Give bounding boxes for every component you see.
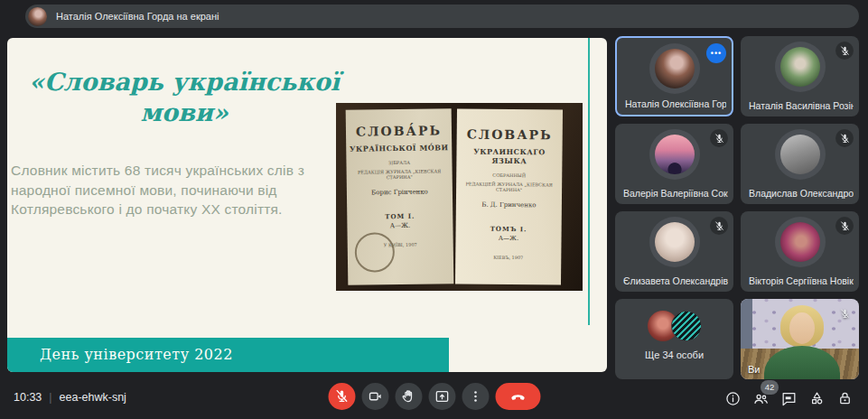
overflow-count-label: Ще 34 особи <box>615 349 733 360</box>
book-right-subtitle: УКРАИНСКАГО ЯЗЫКА <box>456 146 562 165</box>
book-right-range: А—Ж. <box>455 234 561 242</box>
avatar <box>775 129 826 180</box>
book-left-line: ЗІБРАЛА <box>346 159 452 166</box>
raise-hand-button[interactable] <box>395 383 422 410</box>
mic-muted-icon <box>710 217 728 235</box>
participant-tile[interactable]: Владислав Олександро... <box>741 124 859 204</box>
clock: 10:33 <box>14 391 42 404</box>
mic-muted-icon <box>835 42 854 60</box>
avatar <box>775 42 826 92</box>
video-background-detail <box>741 299 752 351</box>
leave-call-button[interactable] <box>495 383 540 410</box>
book-right-page: СЛОВАРЬ УКРАИНСКАГО ЯЗЫКА СОБРАННЫЙ РЕДА… <box>455 108 563 284</box>
book-left-range: А—Ж. <box>347 221 453 230</box>
participant-name: Владислав Олександро... <box>749 188 854 199</box>
slide-accent-line <box>588 38 590 325</box>
avatar-photo <box>655 49 695 88</box>
library-stamp <box>355 232 396 273</box>
chat-button[interactable] <box>780 390 798 407</box>
mic-muted-icon <box>710 129 728 147</box>
meeting-details-button[interactable] <box>724 390 742 407</box>
meeting-code: eea-ehwk-snj <box>60 391 126 404</box>
book-left-line: РЕДАКЦІЯ ЖУРНАЛА „КІЕВСКАЯ СТАРИНА" <box>347 168 453 181</box>
slide-title: «Словарь української мови» <box>29 67 340 128</box>
self-video-tile[interactable]: Ви <box>741 299 859 379</box>
avatar <box>649 43 700 94</box>
participant-tile[interactable]: Наталія Василівна Розін... <box>741 36 859 116</box>
book-left-volume: ТОМ I. <box>347 211 453 221</box>
participants-button[interactable]: 42 <box>752 390 770 407</box>
book-right-title: СЛОВАРЬ <box>457 126 563 142</box>
avatar-photo <box>780 135 820 174</box>
video-person-face <box>789 312 815 344</box>
participant-name: Наталія Олексіївна Горда <box>625 98 726 109</box>
tile-options-button[interactable]: ••• <box>706 43 726 63</box>
participant-tile[interactable]: Єлизавета Олександрів... <box>615 211 733 292</box>
book-photo: СЛОВА́РЬ УКРАЇНСЬКОЇ МО́ВИ ЗІБРАЛА РЕДАК… <box>336 103 583 291</box>
slide-footer-banner: День університету 2022 <box>7 338 449 372</box>
avatar <box>649 217 700 267</box>
avatar-photo <box>780 47 820 87</box>
right-panel-buttons: 42 <box>724 390 854 407</box>
avatar <box>649 129 700 180</box>
mic-muted-icon <box>835 217 854 235</box>
mic-toggle-button[interactable] <box>328 383 355 410</box>
book-right-line: СОБРАННЫЙ <box>456 172 562 178</box>
overflow-avatars <box>648 311 702 341</box>
meeting-info: 10:33 | eea-ehwk-snj <box>14 391 126 404</box>
avatar <box>775 217 826 267</box>
host-controls-button[interactable] <box>836 390 854 407</box>
participant-tile[interactable]: Вікторія Сергіївна Новік <box>741 211 859 292</box>
book-left-subtitle: УКРАЇНСЬКОЇ МО́ВИ <box>346 143 452 154</box>
book-left-author: Борис Грінченко <box>347 188 453 197</box>
participant-name: Валерія Валеріївна Сок... <box>623 188 728 199</box>
screen-share-banner[interactable]: Наталія Олексіївна Горда на екрані <box>25 5 859 28</box>
book-left-page: СЛОВА́РЬ УКРАЇНСЬКОЇ МО́ВИ ЗІБРАЛА РЕДАК… <box>346 108 454 285</box>
avatar-photo <box>780 222 820 262</box>
book-left-title: СЛОВА́РЬ <box>346 123 452 139</box>
shared-screen-tile[interactable]: «Словарь української мови» Словник місти… <box>7 38 607 372</box>
overflow-participants-tile[interactable]: Ще 34 особи <box>615 299 733 379</box>
present-button[interactable] <box>428 383 455 410</box>
camera-toggle-button[interactable] <box>361 383 388 410</box>
slide-body-text: Словник містить 68 тисяч українських слі… <box>11 161 332 219</box>
book-right-line: РЕДАКЦІЕЙ ЖУРНАЛА „КІЕВСКАЯ СТАРИНА" <box>456 181 562 192</box>
participant-tile[interactable]: Валерія Валеріївна Сок... <box>615 124 733 204</box>
participant-name: Вікторія Сергіївна Новік <box>749 275 854 286</box>
participant-count-badge: 42 <box>761 380 779 395</box>
avatar-photo <box>671 311 702 341</box>
avatar-photo <box>655 222 695 262</box>
avatar-photo <box>655 135 695 174</box>
book-right-author: Б. Д. Гринченко <box>456 200 562 209</box>
book-right-volume: ТОМЪ I. <box>456 224 562 233</box>
screen-share-label: Наталія Олексіївна Горда на екрані <box>56 11 219 22</box>
mic-muted-icon <box>835 129 854 147</box>
presenter-avatar <box>28 7 47 26</box>
participant-name: Наталія Василівна Розін... <box>749 100 854 111</box>
divider: | <box>49 391 51 404</box>
more-options-button[interactable] <box>462 383 489 410</box>
call-controls <box>328 383 540 410</box>
participant-name: Єлизавета Олександрів... <box>623 275 728 286</box>
mic-muted-icon <box>835 304 854 322</box>
participant-tile-active-speaker[interactable]: ••• Наталія Олексіївна Горда <box>615 36 733 116</box>
book-right-footer: КІЕВЪ, 1907 <box>455 254 561 260</box>
self-label: Ви <box>748 364 760 375</box>
activities-button[interactable] <box>808 390 826 407</box>
